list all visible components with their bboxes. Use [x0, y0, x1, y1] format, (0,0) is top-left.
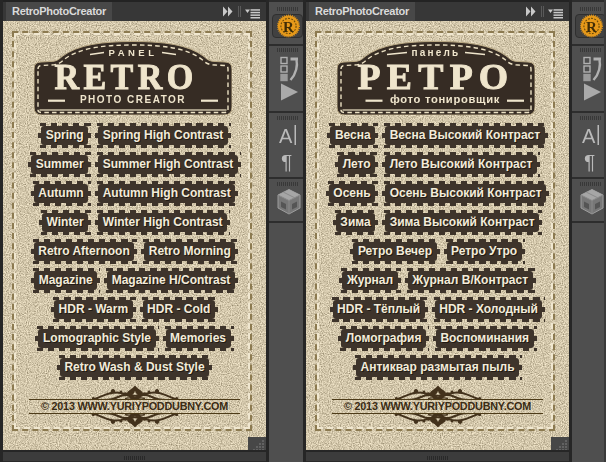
svg-text:R: R [586, 19, 597, 35]
svg-text:R: R [283, 19, 294, 35]
svg-text:RETRO: RETRO [55, 58, 198, 97]
svg-text:РЕТРО: РЕТРО [358, 57, 515, 97]
svg-text:A: A [279, 125, 293, 147]
svg-text:¶: ¶ [584, 150, 595, 173]
svg-text:¶: ¶ [281, 150, 292, 173]
svg-text:PHOTO CREATOR: PHOTO CREATOR [80, 94, 186, 105]
svg-text:PANEL: PANEL [109, 47, 158, 58]
svg-text:фото тонировщик: фото тонировщик [390, 94, 500, 105]
svg-text:A: A [582, 125, 596, 147]
